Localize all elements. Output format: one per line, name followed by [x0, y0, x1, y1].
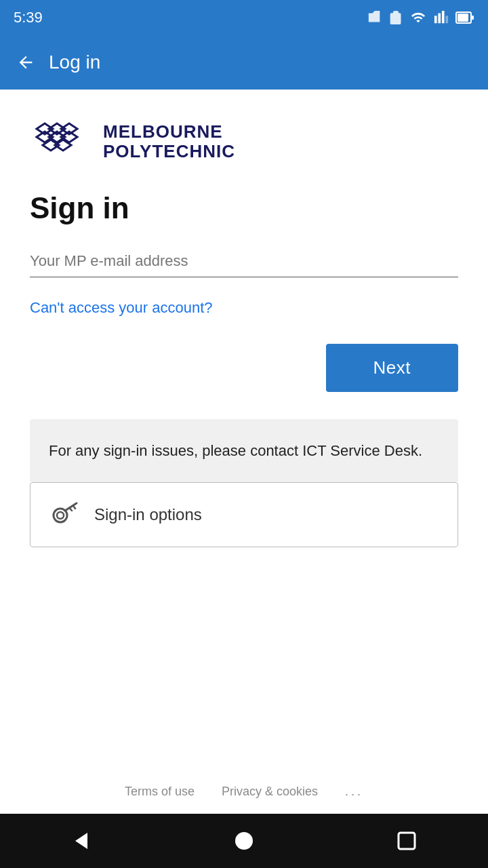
nav-back-icon	[70, 829, 93, 852]
email-input-wrap[interactable]	[30, 250, 458, 277]
key-svg	[49, 498, 79, 528]
key-icon	[49, 498, 79, 532]
sim-icon	[367, 10, 382, 25]
nav-bar	[0, 814, 488, 868]
logo-area: MELBOURNE POLYTECHNIC	[30, 117, 458, 167]
back-icon	[16, 53, 35, 72]
app-bar-title: Log in	[49, 52, 100, 73]
next-button[interactable]: Next	[326, 344, 458, 392]
svg-rect-1	[458, 14, 468, 22]
logo-container: MELBOURNE POLYTECHNIC	[30, 117, 458, 167]
svg-line-14	[73, 506, 75, 509]
privacy-link[interactable]: Privacy & cookies	[222, 785, 318, 799]
cant-access-link[interactable]: Can't access your account?	[30, 299, 458, 317]
svg-point-12	[57, 512, 64, 519]
nav-recent-icon	[396, 830, 418, 852]
logo-line1: MELBOURNE	[103, 122, 235, 142]
footer: Terms of use Privacy & cookies ...	[0, 770, 488, 814]
main-content: MELBOURNE POLYTECHNIC Sign in Can't acce…	[0, 90, 488, 770]
battery-icon	[455, 10, 474, 25]
sign-in-options-button[interactable]: Sign-in options	[30, 482, 458, 547]
logo-svg	[30, 117, 91, 164]
next-button-row: Next	[30, 344, 458, 392]
notification-icon	[389, 10, 403, 25]
info-box: For any sign-in issues, please contact I…	[30, 419, 458, 482]
status-icons	[367, 10, 474, 25]
svg-marker-16	[75, 833, 87, 849]
status-time: 5:39	[14, 9, 43, 26]
nav-recent-button[interactable]	[380, 814, 434, 868]
svg-point-17	[235, 832, 253, 850]
status-bar: 5:39	[0, 0, 488, 35]
sign-in-heading: Sign in	[30, 191, 458, 225]
svg-rect-18	[399, 833, 415, 849]
logo-line2: POLYTECHNIC	[103, 142, 235, 161]
wifi-icon	[409, 10, 427, 25]
more-options[interactable]: ...	[345, 785, 363, 799]
nav-home-button[interactable]	[217, 814, 271, 868]
app-bar: Log in	[0, 35, 488, 90]
logo-text: MELBOURNE POLYTECHNIC	[103, 122, 235, 161]
nav-home-icon	[232, 829, 256, 852]
svg-line-15	[70, 509, 72, 511]
nav-back-button[interactable]	[54, 814, 108, 868]
logo-graphic	[30, 117, 91, 167]
email-input[interactable]	[30, 250, 458, 273]
info-box-text: For any sign-in issues, please contact I…	[49, 442, 422, 459]
signal-icon	[434, 10, 449, 25]
back-button[interactable]	[11, 47, 41, 77]
terms-link[interactable]: Terms of use	[125, 785, 195, 799]
sign-in-options-label: Sign-in options	[94, 505, 202, 524]
svg-rect-2	[471, 16, 474, 20]
